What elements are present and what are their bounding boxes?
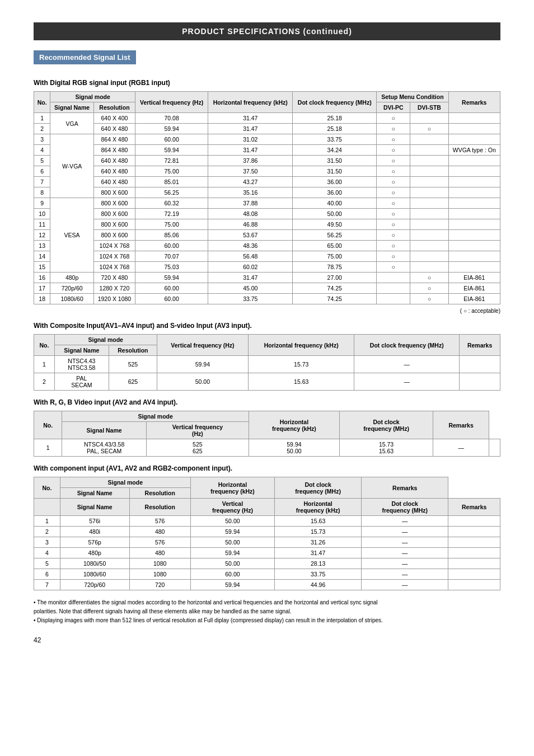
cell: 59.94	[190, 580, 274, 590]
cell: 33.75	[208, 294, 293, 304]
page-number: 42	[34, 636, 500, 644]
table-row: 3W-VGA864 X 48060.0031.0233.75○	[34, 134, 500, 145]
cell: 13	[34, 241, 50, 251]
cell	[448, 241, 500, 251]
cell: 31.47	[208, 124, 293, 134]
cell: 480p	[50, 273, 94, 283]
cell: 640 X 480	[93, 177, 135, 187]
cell	[448, 262, 500, 273]
cell: 4	[34, 145, 50, 156]
cell	[448, 219, 500, 230]
cell: 50.00	[293, 209, 377, 219]
cell: 31.47	[208, 113, 293, 124]
table-row: 11800 X 60075.0046.8849.50○	[34, 219, 500, 230]
rgb-video-table: No. Signal mode Horizontalfrequency (kHz…	[34, 411, 500, 457]
cell: 60.00	[190, 569, 274, 580]
cell: 7	[34, 580, 60, 590]
footer-note: • Displaying images with more than 512 l…	[34, 616, 500, 625]
cell: 15.7315.63	[339, 439, 433, 457]
section-title: Recommended Signal List	[34, 50, 136, 64]
comp2-hdr-res: Resolution	[129, 499, 190, 516]
comp-col-rem: Remarks	[460, 335, 500, 356]
rgbv-sname: Signal Name	[62, 422, 146, 439]
table-row: 10800 X 60072.1948.0850.00○	[34, 209, 500, 219]
table-row: 4 480p 480 59.94 31.47 —	[34, 548, 500, 558]
composite-subtitle: With Composite Input(AV1–AV4 input) and …	[34, 322, 500, 330]
cell: 70.08	[135, 113, 208, 124]
table-row: 6640 X 48075.0037.5031.50○	[34, 166, 500, 177]
cell: ○	[377, 124, 410, 134]
col-vf: Vertical frequency (Hz)	[135, 92, 208, 113]
cell: 3	[34, 134, 50, 145]
cell: 14	[34, 251, 50, 262]
table-row: 2 480i 480 59.94 15.73 —	[34, 527, 500, 537]
cell: 1	[34, 113, 50, 124]
col-dvipc: DVI-PC	[377, 102, 410, 113]
cell: 1080i/60	[60, 569, 129, 580]
table-row: 1 NTSC4.43/3.58PAL, SECAM 525625 59.9450…	[34, 439, 500, 457]
comp2-hdr-dc: Dot clockfrequency (MHz)	[362, 499, 448, 516]
cell: ○	[377, 166, 410, 177]
table-row: 181080i/601920 X 108060.0033.7574.25○EIA…	[34, 294, 500, 304]
comp2-hdr-hf: Horizontalfrequency (kHz)	[275, 499, 362, 516]
cell	[448, 558, 500, 569]
cell: 1	[34, 516, 60, 527]
cell: 1	[34, 439, 62, 457]
cell: 59.94	[135, 273, 208, 283]
comp2-res: Resolution	[129, 488, 190, 499]
cell: 11	[34, 219, 50, 230]
cell: ○	[377, 145, 410, 156]
table-row: 4864 X 48059.9431.4734.24○WVGA type : On	[34, 145, 500, 156]
cell: 31.47	[275, 548, 362, 558]
cell: 35.16	[208, 187, 293, 198]
cell: 800 X 600	[93, 198, 135, 209]
cell	[448, 537, 500, 548]
cell: 640 X 480	[93, 156, 135, 166]
cell: 31.47	[208, 145, 293, 156]
table-row: 5 1080i/50 1080 50.00 28.13 —	[34, 558, 500, 569]
cell: 15.73	[275, 527, 362, 537]
cell: 36.00	[293, 177, 377, 187]
cell: 36.00	[293, 187, 377, 198]
cell	[410, 262, 448, 273]
cell	[448, 124, 500, 134]
cell	[448, 251, 500, 262]
cell	[448, 209, 500, 219]
cell: ○	[377, 134, 410, 145]
cell: 31.26	[275, 537, 362, 548]
cell: 18	[34, 294, 50, 304]
cell: ○	[377, 177, 410, 187]
cell: 48.08	[208, 209, 293, 219]
comp2-hdr-no	[34, 499, 60, 516]
cell: —	[362, 527, 448, 537]
cell	[410, 145, 448, 156]
comp-col-dc: Dot clock frequency (MHz)	[354, 335, 460, 356]
digital-rgb-table: No. Signal mode Vertical frequency (Hz) …	[34, 91, 500, 304]
cell: ○	[410, 124, 448, 134]
cell: 1080i/60	[50, 294, 94, 304]
cell	[410, 241, 448, 251]
cell: VGA	[50, 113, 94, 134]
cell: ○	[377, 187, 410, 198]
table-row: 7640 X 48085.0143.2736.00○	[34, 177, 500, 187]
cell: 576i	[60, 516, 129, 527]
cell: 480	[129, 527, 190, 537]
table-row: 8800 X 60056.2535.1636.00○	[34, 187, 500, 198]
comp2-dc: Dot clockfrequency (MHz)	[275, 477, 362, 499]
cell: 50.00	[190, 558, 274, 569]
cell: 864 X 480	[93, 145, 135, 156]
cell: 640 X 400	[93, 113, 135, 124]
cell: 53.67	[208, 230, 293, 241]
cell: 480p	[60, 548, 129, 558]
cell: 15.73	[249, 356, 354, 373]
cell: 720 X 480	[93, 273, 135, 283]
component-table: No. Signal mode Horizontalfrequency (kHz…	[34, 477, 500, 590]
col-hf: Horizontal frequency (kHz)	[208, 92, 293, 113]
cell: 1280 X 720	[93, 283, 135, 294]
table-row: 1 576i 576 50.00 15.63 —	[34, 516, 500, 527]
digital-rgb-note: ( ○ : acceptable)	[34, 308, 500, 314]
col-setup-menu: Setup Menu Condition	[377, 92, 448, 102]
comp2-hdr-vf: Verticalfrequency (Hz)	[190, 499, 274, 516]
cell: 2	[34, 373, 55, 391]
rgbv-res: Vertical frequency(Hz)	[146, 422, 249, 439]
